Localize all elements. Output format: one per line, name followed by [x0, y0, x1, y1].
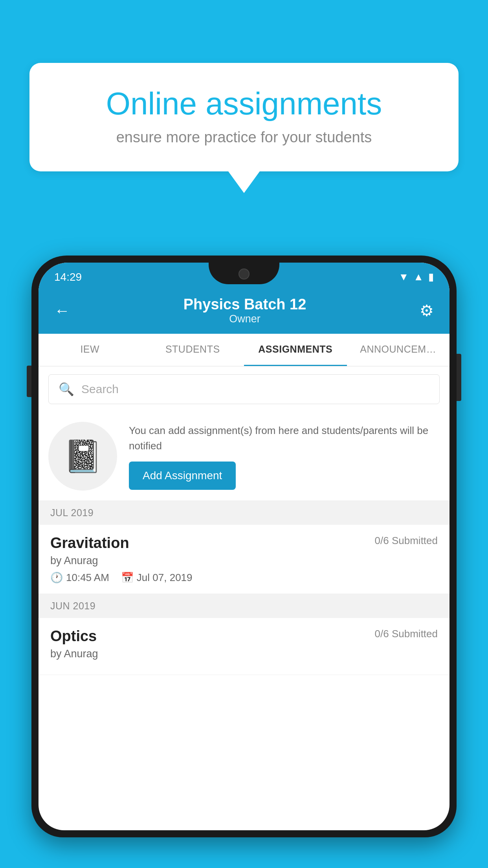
tab-students[interactable]: STUDENTS [141, 334, 244, 366]
add-assignment-button[interactable]: Add Assignment [129, 462, 236, 490]
assignment-time-gravitation: 🕐 10:45 AM [50, 572, 109, 584]
assignment-top-row: Gravitation 0/6 Submitted [50, 535, 438, 552]
assignment-meta-gravitation: 🕐 10:45 AM 📅 Jul 07, 2019 [50, 572, 438, 584]
status-icons: ▼ ▲ ▮ [399, 271, 434, 283]
phone-outer: 14:29 ▼ ▲ ▮ ← Physics Batch 12 Owner ⚙ I… [31, 256, 457, 837]
section-header-jun2019: JUN 2019 [39, 594, 449, 618]
assignment-item-gravitation[interactable]: Gravitation 0/6 Submitted by Anurag 🕐 10… [39, 525, 449, 594]
screen-content: 🔍 Search 📓 You can add assignment(s) fro… [39, 366, 449, 675]
assignment-date-gravitation: 📅 Jul 07, 2019 [121, 572, 193, 584]
assignment-by-gravitation: by Anurag [50, 555, 438, 567]
notebook-icon: 📓 [63, 438, 103, 475]
tab-iew[interactable]: IEW [39, 334, 141, 366]
signal-icon: ▲ [413, 271, 424, 283]
header-title: Physics Batch 12 [183, 296, 306, 313]
speech-bubble-subtitle: ensure more practice for your students [57, 129, 431, 146]
assignment-time-value: 10:45 AM [66, 572, 109, 584]
promo-block: 📓 You can add assignment(s) from here an… [39, 412, 449, 501]
speech-bubble-title: Online assignments [57, 86, 431, 121]
assignment-submitted-gravitation: 0/6 Submitted [375, 535, 438, 547]
app-header: ← Physics Batch 12 Owner ⚙ [39, 288, 449, 334]
wifi-icon: ▼ [399, 271, 409, 283]
assignment-date-value: Jul 07, 2019 [137, 572, 193, 584]
assignment-submitted-optics: 0/6 Submitted [375, 628, 438, 640]
back-button[interactable]: ← [54, 302, 70, 320]
promo-icon-circle: 📓 [48, 422, 117, 491]
front-camera [238, 268, 250, 280]
search-placeholder: Search [81, 383, 119, 396]
header-center: Physics Batch 12 Owner [183, 296, 306, 325]
speech-bubble: Online assignments ensure more practice … [29, 63, 459, 171]
phone-container: 14:29 ▼ ▲ ▮ ← Physics Batch 12 Owner ⚙ I… [31, 256, 457, 868]
phone-screen: 14:29 ▼ ▲ ▮ ← Physics Batch 12 Owner ⚙ I… [39, 263, 449, 830]
assignment-name-gravitation: Gravitation [50, 535, 129, 552]
assignment-top-row-optics: Optics 0/6 Submitted [50, 628, 438, 645]
tab-announcements[interactable]: ANNOUNCEM… [347, 334, 450, 366]
assignment-by-optics: by Anurag [50, 648, 438, 660]
speech-bubble-pointer [228, 171, 260, 193]
clock-icon: 🕐 [50, 572, 63, 584]
search-icon: 🔍 [59, 382, 74, 397]
tabs: IEW STUDENTS ASSIGNMENTS ANNOUNCEM… [39, 334, 449, 366]
promo-description: You can add assignment(s) from here and … [129, 423, 440, 454]
search-container: 🔍 Search [39, 366, 449, 412]
speech-bubble-container: Online assignments ensure more practice … [29, 63, 459, 193]
section-header-jul2019: JUL 2019 [39, 501, 449, 525]
calendar-icon: 📅 [121, 572, 134, 584]
promo-text-area: You can add assignment(s) from here and … [129, 423, 440, 490]
status-time: 14:29 [54, 271, 82, 283]
battery-icon: ▮ [428, 271, 434, 283]
phone-notch [209, 263, 279, 284]
assignment-name-optics: Optics [50, 628, 97, 645]
header-subtitle: Owner [183, 313, 306, 325]
search-bar[interactable]: 🔍 Search [48, 374, 440, 404]
tab-assignments[interactable]: ASSIGNMENTS [244, 334, 347, 366]
settings-icon[interactable]: ⚙ [420, 302, 434, 320]
assignment-item-optics[interactable]: Optics 0/6 Submitted by Anurag [39, 618, 449, 675]
